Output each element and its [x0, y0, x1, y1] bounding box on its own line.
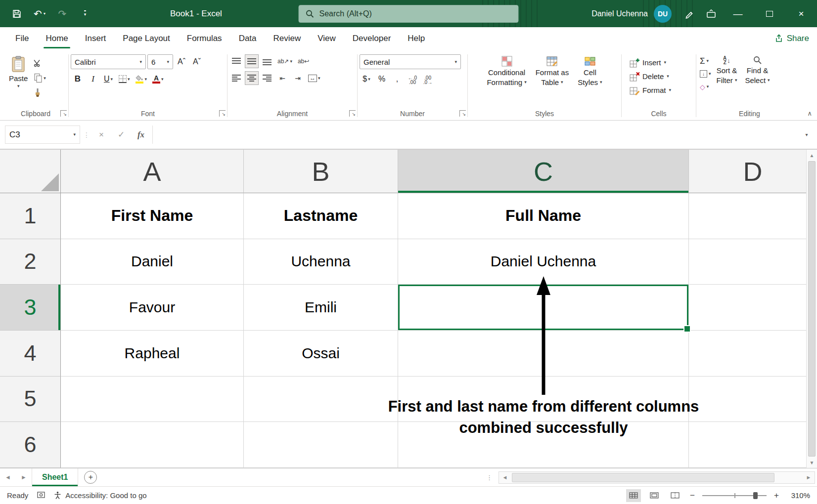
row-header-1[interactable]: 1 — [0, 193, 61, 239]
increase-font-size-button[interactable]: Aˆ — [175, 55, 188, 69]
horizontal-scroll-thumb[interactable] — [512, 473, 774, 482]
tab-home[interactable]: Home — [37, 27, 76, 49]
align-left-button[interactable] — [229, 71, 243, 85]
macro-record-icon[interactable] — [37, 491, 45, 500]
row-header-5[interactable]: 5 — [0, 377, 61, 422]
tab-review[interactable]: Review — [265, 27, 310, 49]
normal-view-button[interactable] — [626, 489, 641, 502]
formula-input[interactable] — [152, 126, 796, 144]
increase-decimal-button[interactable]: ←.0 .00 — [406, 72, 419, 86]
cell-B3[interactable]: Emili — [244, 285, 398, 331]
format-as-table-button[interactable]: Format as Table▾ — [532, 52, 573, 87]
sheet-nav-right-icon[interactable]: ► — [16, 468, 32, 486]
comma-style-button[interactable]: , — [390, 72, 404, 86]
autosum-button[interactable]: Σ ▾ — [698, 55, 713, 67]
tab-splitter-handle[interactable]: ⋮ — [486, 474, 493, 481]
close-button[interactable]: × — [785, 0, 817, 27]
align-center-button[interactable] — [245, 71, 259, 85]
number-dialog-launcher-icon[interactable]: ↘ — [459, 110, 466, 117]
cell-A1[interactable]: First Name — [61, 193, 244, 239]
number-format-select[interactable]: General ▾ — [360, 54, 461, 69]
new-sheet-button[interactable]: + — [84, 471, 97, 484]
bold-button[interactable]: B — [71, 72, 85, 86]
formula-bar-splitter[interactable]: ⋮ — [83, 131, 90, 139]
collapse-ribbon-button[interactable]: ∧ — [807, 110, 812, 117]
sort-filter-button[interactable]: AZ ↓ Sort & Filter▾ — [713, 52, 741, 85]
align-middle-button[interactable] — [245, 54, 259, 68]
align-top-button[interactable] — [229, 54, 243, 68]
conditional-formatting-button[interactable]: Conditional Formatting▾ — [483, 52, 530, 87]
font-size-select[interactable]: 6 ▾ — [147, 54, 173, 69]
tab-page-layout[interactable]: Page Layout — [114, 27, 178, 49]
page-layout-view-button[interactable] — [647, 489, 662, 502]
cell-A6[interactable] — [61, 422, 244, 468]
cell-D1[interactable] — [689, 193, 817, 239]
merge-center-button[interactable]: ↔ ▾ — [306, 71, 322, 85]
zoom-percentage[interactable]: 310% — [786, 491, 810, 500]
accessibility-status[interactable]: Accessibility: Good to go — [54, 491, 146, 500]
tab-data[interactable]: Data — [230, 27, 265, 49]
find-select-button[interactable]: Find & Select▾ — [741, 52, 773, 85]
tab-file[interactable]: File — [7, 27, 37, 49]
copy-button[interactable]: ▾ — [32, 71, 48, 85]
cell-B4[interactable]: Ossai — [244, 331, 398, 377]
fill-color-button[interactable]: ▾ — [134, 72, 149, 86]
cell-A2[interactable]: Daniel — [61, 239, 244, 285]
decrease-indent-button[interactable]: ⇤ — [275, 71, 289, 85]
align-bottom-button[interactable] — [260, 54, 274, 68]
tab-view[interactable]: View — [309, 27, 344, 49]
enter-button[interactable]: ✓ — [113, 126, 130, 143]
delete-cells-button[interactable]: Delete ▾ — [628, 70, 671, 83]
minimize-button[interactable]: — — [722, 0, 754, 27]
cell-A4[interactable]: Rapheal — [61, 331, 244, 377]
percent-style-button[interactable]: % — [375, 72, 389, 86]
expand-formula-bar-button[interactable]: ▾ — [799, 132, 814, 137]
italic-button[interactable]: I — [86, 72, 100, 86]
horizontal-scrollbar[interactable]: ◄ ► — [499, 471, 815, 484]
cell-B1[interactable]: Lastname — [244, 193, 398, 239]
tab-developer[interactable]: Developer — [344, 27, 400, 49]
accounting-format-button[interactable]: $ ▾ — [360, 72, 373, 86]
cut-button[interactable] — [32, 56, 48, 70]
user-avatar[interactable]: DU — [654, 5, 672, 23]
cell-D2[interactable] — [689, 239, 817, 285]
name-box[interactable]: C3 ▾ — [5, 126, 80, 144]
decrease-font-size-button[interactable]: Aˇ — [190, 55, 204, 69]
sheet-nav-left-icon[interactable]: ◄ — [0, 468, 16, 486]
cell-D3[interactable] — [689, 285, 817, 331]
scroll-up-icon[interactable]: ▲ — [807, 150, 817, 161]
wrap-text-button[interactable]: ab↩ — [296, 54, 311, 68]
cell-C1[interactable]: Full Name — [398, 193, 689, 239]
column-header-d[interactable]: D — [689, 150, 817, 193]
column-header-b[interactable]: B — [244, 150, 398, 193]
font-dialog-launcher-icon[interactable]: ↘ — [219, 110, 226, 117]
decrease-decimal-button[interactable]: .00 .0→ — [421, 72, 435, 86]
search-box[interactable]: Search (Alt+Q) — [299, 5, 519, 23]
increase-indent-button[interactable]: ⇥ — [291, 71, 305, 85]
clear-button[interactable]: ◇ ▾ — [698, 81, 713, 93]
format-cells-button[interactable]: Format ▾ — [628, 84, 673, 97]
user-name[interactable]: Daniel Uchenna — [591, 9, 648, 18]
scroll-down-icon[interactable]: ▼ — [807, 457, 817, 468]
cell-A3[interactable]: Favour — [61, 285, 244, 331]
cell-C3[interactable] — [398, 285, 689, 331]
underline-button[interactable]: U ▾ — [101, 72, 115, 86]
insert-cells-button[interactable]: Insert ▾ — [628, 56, 668, 69]
share-button[interactable]: Share — [774, 27, 809, 49]
horizontal-scroll-track[interactable] — [511, 472, 803, 483]
ribbon-display-options-button[interactable] — [700, 3, 722, 24]
row-header-6[interactable]: 6 — [0, 422, 61, 468]
zoom-slider[interactable] — [702, 491, 767, 500]
inking-button[interactable] — [679, 3, 700, 24]
vertical-scroll-thumb[interactable] — [808, 161, 816, 457]
cancel-button[interactable]: × — [93, 126, 110, 143]
undo-button[interactable]: ↶ ▾ — [29, 3, 50, 24]
scroll-left-icon[interactable]: ◄ — [499, 474, 511, 480]
select-all-button[interactable] — [0, 150, 61, 193]
sheet-tab-sheet1[interactable]: Sheet1 — [32, 468, 78, 486]
insert-function-button[interactable]: fx — [133, 126, 149, 143]
cell-C2[interactable]: Daniel Uchenna — [398, 239, 689, 285]
row-header-2[interactable]: 2 — [0, 239, 61, 285]
font-color-button[interactable]: A ▾ — [150, 72, 166, 86]
paste-button[interactable]: Paste ▾ — [5, 52, 32, 89]
